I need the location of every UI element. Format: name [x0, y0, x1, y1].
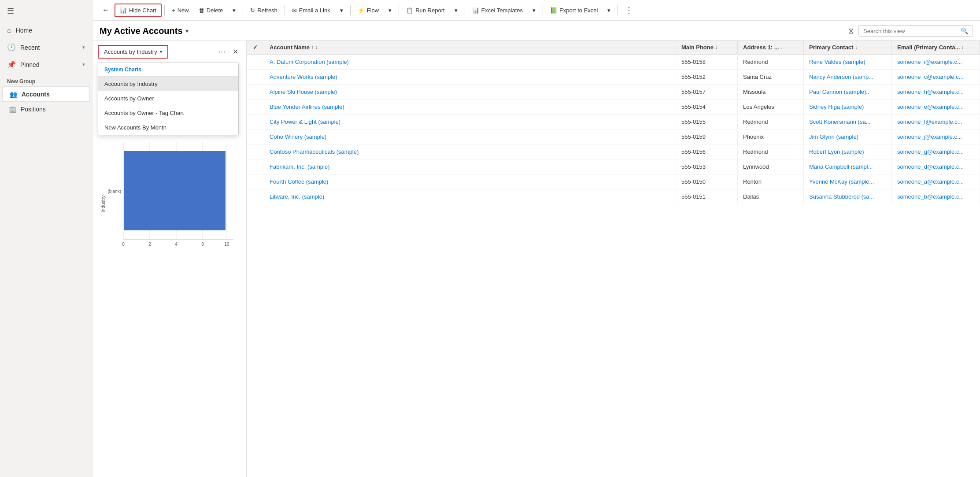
- export-chevron[interactable]: ▾: [603, 4, 615, 16]
- td-check-7[interactable]: [247, 163, 264, 171]
- sidebar-section-header: New Group: [0, 73, 92, 86]
- refresh-button[interactable]: ↻ Refresh: [246, 4, 282, 16]
- chevron-down-icon-6: ▾: [455, 7, 458, 14]
- sidebar-item-accounts[interactable]: 👥 Accounts: [2, 86, 90, 102]
- td-email-4[interactable]: someone_f@example.c...: [892, 115, 980, 129]
- chart-dropdown-item-by-owner-tag[interactable]: Accounts by Owner - Tag Chart: [98, 106, 238, 120]
- td-check-4[interactable]: [247, 118, 264, 126]
- svg-rect-6: [124, 151, 226, 230]
- td-email-5[interactable]: someone_j@example.c...: [892, 129, 980, 144]
- td-email-7[interactable]: someone_d@example.c...: [892, 159, 980, 174]
- th-check[interactable]: ✓: [247, 41, 264, 54]
- th-account-name[interactable]: Account Name ↑ ↓: [264, 41, 676, 54]
- td-contact-5[interactable]: Jim Glynn (sample): [804, 129, 892, 144]
- filter-icon[interactable]: ⧖: [848, 26, 854, 36]
- search-input[interactable]: [863, 28, 958, 34]
- sidebar-item-pinned[interactable]: 📌 Pinned ▾: [0, 56, 92, 73]
- td-account-name-9[interactable]: Litware, Inc. (sample): [264, 189, 676, 204]
- td-email-1[interactable]: someone_c@example.c...: [892, 70, 980, 84]
- run-report-button[interactable]: 📋 Run Report: [402, 4, 449, 16]
- flow-icon: ⚡: [358, 7, 365, 14]
- td-check-9[interactable]: [247, 193, 264, 201]
- hide-chart-button[interactable]: 📊 Hide Chart: [115, 4, 162, 17]
- th-main-phone[interactable]: Main Phone ↓: [676, 41, 738, 54]
- chart-close-button[interactable]: ✕: [230, 46, 241, 58]
- td-address-1: Santa Cruz: [738, 70, 804, 84]
- excel-templates-button[interactable]: 📊 Excel Templates: [468, 4, 527, 16]
- td-account-name-5[interactable]: Coho Winery (sample): [264, 129, 676, 144]
- hamburger-icon[interactable]: ☰: [0, 0, 92, 22]
- td-contact-8[interactable]: Yvonne McKay (sample...: [804, 174, 892, 189]
- sidebar-item-positions-label: Positions: [21, 106, 46, 113]
- td-account-name-6[interactable]: Contoso Pharmaceuticals (sample): [264, 144, 676, 159]
- back-button[interactable]: ←: [98, 4, 114, 17]
- chevron-down-icon-3: ▾: [233, 7, 236, 14]
- td-check-1[interactable]: [247, 73, 264, 81]
- td-account-name-8[interactable]: Fourth Coffee (sample): [264, 174, 676, 189]
- td-check-2[interactable]: [247, 88, 264, 96]
- email-link-button[interactable]: ✉ Email a Link: [288, 4, 335, 16]
- td-account-name-1[interactable]: Adventure Works (sample): [264, 70, 676, 84]
- td-address-7: Lynnwood: [738, 159, 804, 174]
- delete-button[interactable]: 🗑 Delete: [194, 4, 228, 16]
- svg-text:Industry: Industry: [100, 195, 106, 213]
- th-email[interactable]: Email (Primary Conta... ↓: [892, 41, 980, 54]
- svg-text:4: 4: [175, 242, 178, 247]
- main-content: ← 📊 Hide Chart + New 🗑 Delete ▾ ↻ Refres…: [92, 0, 980, 477]
- toolbar-separator-3: [285, 5, 285, 15]
- th-primary-contact[interactable]: Primary Contact ↓: [804, 41, 892, 54]
- td-contact-7[interactable]: Maria Campbell (sampl...: [804, 159, 892, 174]
- td-account-name-2[interactable]: Alpine Ski House (sample): [264, 85, 676, 99]
- td-email-6[interactable]: someone_g@example.c...: [892, 144, 980, 159]
- chart-selector-chevron-icon: ▾: [160, 49, 162, 54]
- td-contact-2[interactable]: Paul Cannon (sample)..: [804, 85, 892, 99]
- td-email-0[interactable]: someone_i@example.c...: [892, 55, 980, 69]
- more-options-button[interactable]: ⋮: [621, 3, 637, 18]
- td-account-name-7[interactable]: Fabrikam, Inc. (sample): [264, 159, 676, 174]
- sidebar-item-positions[interactable]: 🏢 Positions: [2, 102, 90, 116]
- td-contact-9[interactable]: Susanna Stubberod (sa...: [804, 189, 892, 204]
- flow-chevron[interactable]: ▾: [384, 4, 396, 16]
- more-chevron-1[interactable]: ▾: [228, 4, 240, 16]
- excel-templates-chevron[interactable]: ▾: [528, 4, 540, 16]
- td-contact-6[interactable]: Robert Lyon (sample): [804, 144, 892, 159]
- td-check-5[interactable]: [247, 133, 264, 141]
- td-contact-1[interactable]: Nancy Anderson (samp...: [804, 70, 892, 84]
- plus-icon: +: [172, 7, 175, 14]
- flow-button[interactable]: ⚡ Flow: [353, 4, 383, 16]
- export-excel-button[interactable]: 📗 Export to Excel: [546, 4, 602, 16]
- td-email-8[interactable]: someone_a@example.c...: [892, 174, 980, 189]
- td-contact-0[interactable]: Rene Valdes (sample): [804, 55, 892, 69]
- td-account-name-4[interactable]: City Power & Light (sample): [264, 115, 676, 129]
- email-chevron[interactable]: ▾: [336, 4, 348, 16]
- chart-dropdown-item-new-by-month[interactable]: New Accounts By Month: [98, 120, 238, 135]
- chart-dropdown-item-by-owner[interactable]: Accounts by Owner: [98, 91, 238, 106]
- sidebar-item-recent[interactable]: 🕐 Recent ▾: [0, 39, 92, 56]
- td-check-3[interactable]: [247, 103, 264, 111]
- th-address[interactable]: Address 1: ... ↓: [738, 41, 804, 54]
- td-email-3[interactable]: someone_e@example.c...: [892, 100, 980, 114]
- sort-email-icon: ↓: [962, 45, 964, 50]
- title-chevron-icon[interactable]: ▾: [185, 28, 189, 34]
- td-account-name-3[interactable]: Blue Yonder Airlines (sample): [264, 100, 676, 114]
- chart-selector-button[interactable]: Accounts by Industry ▾: [98, 45, 168, 59]
- td-contact-3[interactable]: Sidney Higa (sample): [804, 100, 892, 114]
- td-check-6[interactable]: [247, 148, 264, 156]
- new-button[interactable]: + New: [167, 4, 193, 16]
- header-row: My Active Accounts ▾ ⧖ 🔍: [92, 21, 980, 41]
- run-report-chevron[interactable]: ▾: [450, 4, 462, 16]
- td-email-2[interactable]: someone_h@example.c...: [892, 85, 980, 99]
- chart-dropdown-item-by-industry[interactable]: Accounts by Industry: [98, 77, 238, 91]
- table-row: Blue Yonder Airlines (sample) 555-0154 L…: [247, 100, 980, 115]
- table-row: Litware, Inc. (sample) 555-0151 Dallas S…: [247, 189, 980, 204]
- td-email-9[interactable]: someone_b@example.c...: [892, 189, 980, 204]
- toolbar-separator-5: [399, 5, 399, 15]
- td-check-8[interactable]: [247, 178, 264, 186]
- chart-options-icon[interactable]: ⋯: [217, 46, 227, 58]
- td-account-name-0[interactable]: A. Datum Corporation (sample): [264, 55, 676, 69]
- sidebar-item-home[interactable]: ⌂ Home: [0, 22, 92, 39]
- chart-panel: Accounts by Industry ▾ ⋯ ✕ System Charts…: [92, 41, 247, 477]
- td-contact-4[interactable]: Scott Konersmann (sa...: [804, 115, 892, 129]
- td-check-0[interactable]: [247, 58, 264, 66]
- td-phone-5: 555-0159: [676, 129, 738, 144]
